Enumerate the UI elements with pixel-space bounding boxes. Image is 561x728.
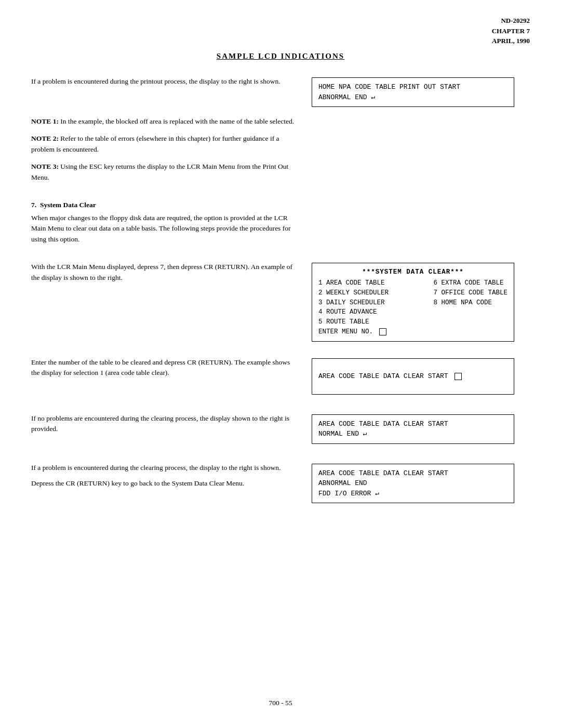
cursor-box	[379, 328, 386, 335]
header-line2: CHAPTER 7	[492, 26, 530, 36]
lcd3-cursor	[455, 373, 462, 380]
lcd4-line1: AREA CODE TABLE DATA CLEAR START	[318, 419, 507, 429]
lcd2-item1: 1 AREA CODE TABLE	[318, 278, 389, 288]
lcd2-item2: 2 WEEKLY SCHEDULER	[318, 288, 389, 298]
lcd2-right-col: 6 EXTRA CODE TABLE 7 OFFICE CODE TABLE 8…	[433, 278, 507, 327]
section7-title: 7. System Data Clear	[31, 200, 296, 211]
lcd2-item7: 7 OFFICE CODE TABLE	[433, 288, 507, 298]
lcd5-line1: AREA CODE TABLE DATA CLEAR START	[318, 468, 507, 479]
section7-col: 7. System Data Clear When major changes …	[31, 200, 312, 249]
section-title: SAMPLE LCD INDICATIONS	[31, 52, 530, 61]
note1-label: NOTE 1:	[31, 117, 59, 125]
para-enter-col: Enter the number of the table to be clea…	[31, 357, 312, 382]
lcd2-item-blank1	[433, 307, 507, 317]
lcd2-item5: 5 ROUTE TABLE	[318, 317, 389, 327]
section7-para2: With the LCR Main Menu displayed, depres…	[31, 262, 296, 284]
lcd2-item4: 4 ROUTE ADVANCE	[318, 307, 389, 317]
notes-col: NOTE 1: In the example, the blocked off …	[31, 116, 312, 190]
para-noproblems-text: If no problems are encountered during th…	[31, 413, 296, 435]
section7-para1: When major changes to the floppy disk da…	[31, 213, 296, 246]
row-problem-lcd5: If a problem is encountered during the c…	[31, 463, 530, 504]
lcd1: HOME NPA CODE TABLE PRINT OUT START ABNO…	[312, 77, 514, 107]
lcd2-item3: 3 DAILY SCHEDULER	[318, 298, 389, 308]
note2-text: Refer to the table of errors (elsewhere …	[31, 134, 279, 153]
lcd2-header: ***SYSTEM DATA CLEAR***	[318, 267, 507, 277]
para-problem-col: If a problem is encountered during the c…	[31, 463, 312, 493]
section7-right	[312, 195, 551, 196]
lcd1-container: HOME NPA CODE TABLE PRINT OUT START ABNO…	[312, 76, 551, 107]
intro-text: If a problem is encountered during the p…	[31, 76, 312, 90]
lcd2-left-col: 1 AREA CODE TABLE 2 WEEKLY SCHEDULER 3 D…	[318, 278, 389, 327]
notes-right	[312, 116, 551, 117]
row-section7: 7. System Data Clear When major changes …	[31, 195, 530, 249]
note3-text: Using the ESC key returns the display to…	[31, 163, 288, 181]
lcd1-line1: HOME NPA CODE TABLE PRINT OUT START	[318, 82, 507, 92]
lcd5: AREA CODE TABLE DATA CLEAR START ABNORMA…	[312, 464, 514, 504]
para-problem-text: If a problem is encountered during the c…	[31, 463, 296, 474]
lcd4: AREA CODE TABLE DATA CLEAR START NORMAL …	[312, 414, 514, 444]
lcd2-enter: ENTER MENU NO.	[318, 327, 507, 337]
header-line1: ND-20292	[492, 16, 530, 26]
page-footer: 700 - 55	[269, 699, 292, 707]
row-intro: If a problem is encountered during the p…	[31, 76, 530, 107]
note1-text: In the example, the blocked off area is …	[60, 117, 294, 125]
note2-label: NOTE 2:	[31, 134, 59, 142]
note3: NOTE 3: Using the ESC key returns the di…	[31, 161, 296, 183]
lcd3-container: AREA CODE TABLE DATA CLEAR START	[312, 357, 551, 395]
lcd4-line2: NORMAL END ↵	[318, 429, 507, 439]
lcd3: AREA CODE TABLE DATA CLEAR START	[312, 358, 514, 395]
lcd2-item-blank2	[433, 317, 507, 327]
row-para2-lcd2: With the LCR Main Menu displayed, depres…	[31, 262, 530, 341]
row-noproblems-lcd4: If no problems are encountered during th…	[31, 413, 530, 444]
note3-label: NOTE 3:	[31, 163, 59, 170]
section7-para2-col: With the LCR Main Menu displayed, depres…	[31, 262, 312, 287]
lcd2-enter-text: ENTER MENU NO.	[318, 327, 373, 337]
note1: NOTE 1: In the example, the blocked off …	[31, 116, 296, 127]
header-info: ND-20292 CHAPTER 7 APRIL, 1990	[492, 16, 530, 46]
header-line3: APRIL, 1990	[492, 36, 530, 46]
lcd2-menu: 1 AREA CODE TABLE 2 WEEKLY SCHEDULER 3 D…	[318, 278, 507, 327]
para-depress-text: Depress the CR (RETURN) key to go back t…	[31, 478, 296, 489]
lcd2-item8: 8 HOME NPA CODE	[433, 298, 507, 308]
row-enter-lcd3: Enter the number of the table to be clea…	[31, 357, 530, 395]
lcd5-line2: ABNORMAL END	[318, 478, 507, 489]
lcd4-container: AREA CODE TABLE DATA CLEAR START NORMAL …	[312, 413, 551, 444]
page-number: 700 - 55	[269, 699, 292, 707]
para-noproblems-col: If no problems are encountered during th…	[31, 413, 312, 438]
para-enter-text: Enter the number of the table to be clea…	[31, 357, 296, 379]
lcd1-line2: ABNORMAL END ↵	[318, 92, 507, 103]
lcd2-item6: 6 EXTRA CODE TABLE	[433, 278, 507, 288]
content-area: If a problem is encountered during the p…	[31, 71, 530, 513]
lcd3-text: AREA CODE TABLE DATA CLEAR START	[318, 371, 448, 382]
note2: NOTE 2: Refer to the table of errors (el…	[31, 133, 296, 155]
lcd5-container: AREA CODE TABLE DATA CLEAR START ABNORMA…	[312, 463, 551, 504]
lcd2: ***SYSTEM DATA CLEAR*** 1 AREA CODE TABL…	[312, 263, 514, 341]
lcd2-container: ***SYSTEM DATA CLEAR*** 1 AREA CODE TABL…	[312, 262, 551, 341]
row-notes: NOTE 1: In the example, the blocked off …	[31, 116, 530, 190]
lcd5-line3: FDD I/O ERROR ↵	[318, 489, 507, 499]
lcd3-inner: AREA CODE TABLE DATA CLEAR START	[318, 371, 462, 382]
page: ND-20292 CHAPTER 7 APRIL, 1990 SAMPLE LC…	[0, 0, 561, 728]
